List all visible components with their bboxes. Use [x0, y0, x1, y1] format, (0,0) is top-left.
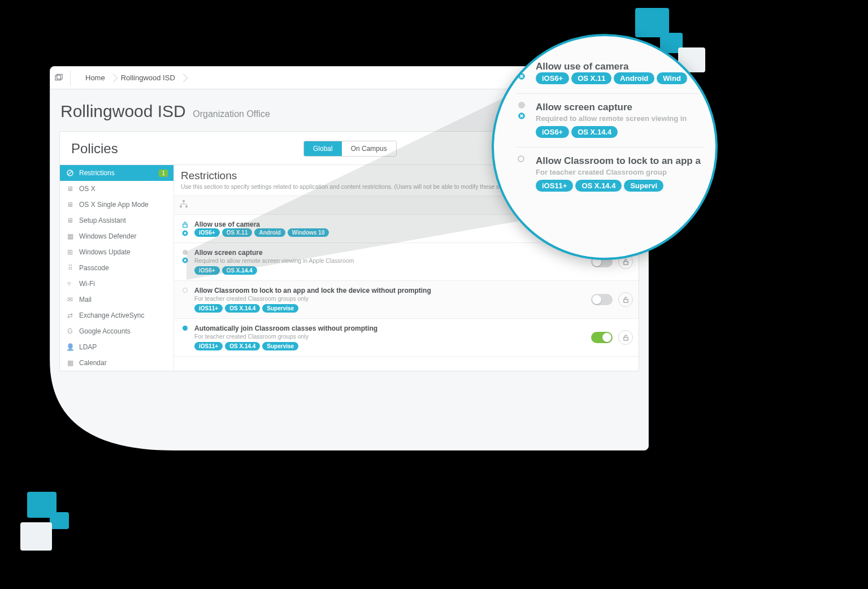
monitor-icon: 🖥 — [66, 185, 75, 193]
person-icon: 👤 — [66, 343, 75, 351]
wifi-icon: ᯤ — [66, 280, 75, 288]
os-tag: iOS6+ — [536, 126, 569, 138]
keypad-icon: ⠿ — [66, 264, 75, 272]
sidebar-item-osx-single-app[interactable]: 🖥OS X Single App Mode — [60, 197, 173, 213]
row-title: Allow screen capture — [194, 249, 587, 257]
os-tag: OS X.14.4 — [222, 266, 257, 275]
tab-global[interactable]: Global — [304, 141, 342, 156]
lock-button[interactable] — [618, 292, 633, 307]
deco-square — [20, 522, 52, 551]
sidebar-item-setup-assistant[interactable]: 🖥Setup Assistant — [60, 213, 173, 228]
x-circle-icon — [182, 230, 188, 236]
os-tag: iOS6+ — [536, 72, 569, 84]
sidebar-badge: 1 — [159, 170, 168, 177]
sidebar-item-label: Windows Defender — [79, 232, 136, 240]
mag-row-subtitle: For teacher created Classroom group — [536, 168, 704, 176]
sidebar-item-label: OS X — [79, 185, 96, 193]
restriction-row: Allow Classroom to lock to an app and lo… — [174, 281, 639, 319]
tree-icon[interactable] — [180, 200, 188, 210]
grid-icon: ▦ — [66, 232, 75, 240]
svg-rect-7 — [180, 206, 182, 207]
mag-row-title: Allow Classroom to lock to an app a — [536, 155, 704, 167]
svg-rect-9 — [183, 224, 186, 228]
sidebar-item-ldap[interactable]: 👤LDAP — [60, 339, 173, 355]
row-subtitle: For teacher created Classroom groups onl… — [194, 295, 587, 302]
sidebar-item-restrictions[interactable]: Restrictions 1 — [60, 165, 173, 181]
os-tag: iOS6+ — [194, 266, 220, 275]
sidebar-item-wifi[interactable]: ᯤWi-Fi — [60, 276, 173, 292]
sidebar-item-label: OS X Single App Mode — [79, 201, 149, 209]
os-tag: Android — [254, 228, 285, 237]
breadcrumb-home[interactable]: Home — [77, 73, 113, 82]
svg-rect-12 — [623, 261, 627, 265]
breadcrumb-org[interactable]: Rollingwood ISD — [113, 73, 183, 82]
os-tag: OS X.11 — [571, 72, 611, 84]
svg-rect-6 — [183, 200, 185, 202]
os-tag: iOS6+ — [194, 228, 220, 237]
window-icon — [55, 70, 71, 86]
page-subtitle: Organization Office — [193, 109, 270, 119]
os-tag: Windows 10 — [288, 228, 329, 237]
svg-line-5 — [68, 171, 72, 175]
monitor-icon: 🖥 — [66, 201, 75, 209]
sidebar-item-mail[interactable]: ✉Mail — [60, 292, 173, 308]
corner-mask — [50, 360, 174, 451]
sidebar-item-exchange[interactable]: ⇄Exchange ActiveSync — [60, 308, 173, 323]
page-title: Rollingwood ISD — [60, 102, 186, 120]
sidebar-item-label: Restrictions — [79, 169, 115, 177]
sidebar-item-label: Exchange ActiveSync — [79, 311, 144, 319]
sidebar-item-label: LDAP — [79, 343, 97, 351]
sidebar-item-label: Mail — [79, 296, 92, 304]
sidebar-item-windows-update[interactable]: ⊞Windows Update — [60, 244, 173, 260]
os-tag: iOS11+ — [194, 304, 223, 313]
status-dot — [183, 326, 188, 331]
x-circle-icon — [518, 72, 526, 80]
os-tag: iOS11+ — [536, 180, 573, 192]
restrictions-icon — [66, 169, 75, 177]
toggle[interactable] — [591, 332, 613, 343]
os-tag: Supervi — [624, 180, 663, 192]
scope-segmented: Global On Campus — [303, 141, 397, 157]
row-title: Automatically join Classroom classes wit… — [194, 324, 587, 332]
sidebar-item-windows-defender[interactable]: ▦Windows Defender — [60, 228, 173, 244]
sidebar-item-label: Windows Update — [79, 248, 131, 256]
svg-rect-8 — [185, 206, 188, 207]
status-dot — [518, 102, 525, 109]
lock-button[interactable] — [618, 330, 633, 345]
restriction-row: Automatically join Classroom classes wit… — [174, 319, 639, 357]
sidebar-item-passcode[interactable]: ⠿Passcode — [60, 260, 173, 276]
status-dot — [183, 288, 188, 293]
x-circle-icon — [518, 112, 526, 120]
sidebar-item-label: Passcode — [79, 264, 109, 272]
os-tag: OS X.14.4 — [575, 180, 622, 192]
panel-title: Policies — [71, 141, 118, 157]
lock-open-icon — [623, 297, 629, 303]
mag-row-subtitle: Required to allow remote screen viewing … — [536, 114, 704, 123]
sidebar-item-label: Wi-Fi — [79, 280, 95, 288]
lock-icon — [182, 222, 188, 228]
row-subtitle: Required to allow remote screen viewing … — [194, 257, 587, 264]
tab-on-campus[interactable]: On Campus — [342, 141, 396, 156]
svg-rect-14 — [623, 337, 627, 340]
monitor-icon: 🖥 — [66, 216, 75, 224]
sidebar-item-osx[interactable]: 🖥OS X — [60, 181, 173, 197]
os-tag: Supervise — [262, 304, 298, 313]
os-tag: OS X.14.4 — [571, 126, 618, 138]
os-tag: Wind — [657, 72, 687, 84]
x-circle-icon — [182, 257, 188, 263]
row-title: Allow Classroom to lock to an app and lo… — [194, 287, 587, 294]
status-dot — [183, 250, 188, 255]
sync-icon: ⇄ — [66, 311, 75, 319]
google-icon: G — [66, 327, 75, 335]
lock-open-icon — [623, 335, 629, 341]
row-subtitle: For teacher created Classroom groups onl… — [194, 333, 587, 340]
svg-rect-0 — [55, 75, 60, 80]
mag-row-title: Allow use of camera — [536, 61, 704, 72]
svg-rect-1 — [57, 74, 62, 79]
windows-icon: ⊞ — [66, 248, 75, 256]
toggle[interactable] — [591, 294, 613, 305]
os-tag: Supervise — [262, 342, 298, 350]
sidebar-item-label: Google Accounts — [79, 327, 131, 335]
magnifier: Allow use of camera iOS6+ OS X.11 Androi… — [492, 34, 718, 260]
sidebar-item-google-accounts[interactable]: GGoogle Accounts — [60, 323, 173, 339]
